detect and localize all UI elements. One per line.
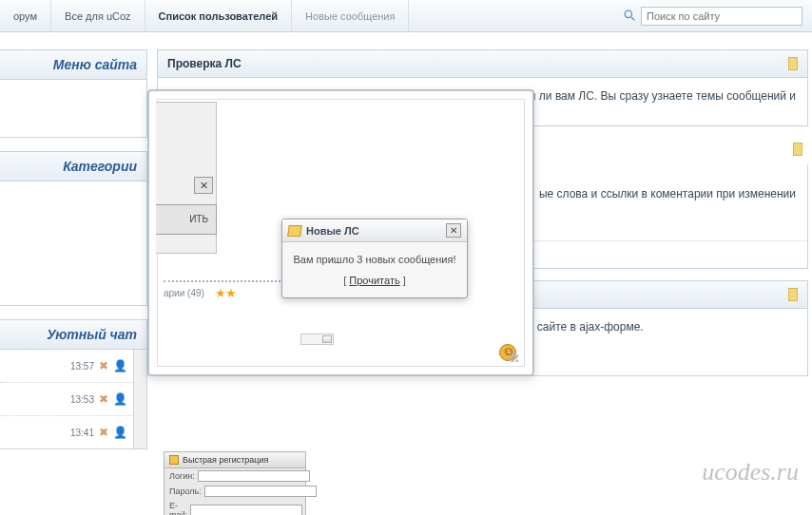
nav-users[interactable]: Список пользователей: [145, 0, 292, 32]
read-link[interactable]: Прочитать: [349, 275, 399, 286]
preview-button-fragment[interactable]: ИТЬ: [156, 204, 217, 235]
search-wrap: [624, 7, 802, 26]
form-icon: [169, 455, 179, 465]
menu-title: Меню сайта: [0, 50, 146, 80]
close-icon[interactable]: ✕: [194, 177, 213, 194]
regform-header: Быстрая регистрация: [164, 452, 305, 468]
quick-reg-form: Быстрая регистрация Логин: Пароль: E-mai…: [164, 451, 306, 515]
post-title-text: Проверка ЛС: [167, 57, 242, 70]
close-icon[interactable]: ✕: [446, 223, 461, 238]
scrollbar-thumb[interactable]: [322, 335, 332, 343]
svg-line-1: [631, 17, 634, 20]
nav-new-messages[interactable]: Новые сообщения: [292, 0, 409, 32]
delete-icon[interactable]: ✖: [99, 426, 108, 439]
chat-block: Уютный чат 13:57 ✖ 👤 13:53 ✖ 👤 13:41: [0, 319, 147, 449]
nav-ucoz[interactable]: Все для uCoz: [51, 0, 145, 32]
delete-icon[interactable]: ✖: [99, 392, 108, 406]
chat-scrollbar[interactable]: [133, 350, 146, 448]
regform-title: Быстрая регистрация: [183, 455, 268, 465]
pass-label: Пароль:: [169, 486, 202, 496]
user-icon: 👤: [113, 392, 127, 406]
pass-field[interactable]: [204, 486, 317, 497]
email-label: E-mail:: [169, 501, 187, 515]
nav-forum[interactable]: орум: [0, 0, 51, 32]
chat-time: 13:41: [70, 428, 94, 438]
chat-row[interactable]: 13:53 ✖ 👤: [0, 383, 133, 416]
resize-handle-icon[interactable]: [509, 353, 518, 362]
login-label: Логин:: [169, 471, 195, 481]
dialog-new-pm: Новые ЛС ✕ Вам пришло 3 новых сообщения!…: [281, 219, 468, 298]
top-nav: орум Все для uCoz Список пользователей Н…: [0, 0, 812, 32]
search-input[interactable]: [641, 7, 802, 26]
chat-row[interactable]: 13:57 ✖ 👤: [0, 350, 133, 383]
sidebar: Меню сайта Категории Уютный чат 13:57 ✖ …: [0, 49, 147, 463]
search-icon: [624, 10, 636, 22]
categories-block: Категории: [0, 151, 147, 306]
collapse-icon[interactable]: [793, 143, 802, 156]
collapse-icon[interactable]: [788, 288, 798, 301]
dialog-title-text: Новые ЛС: [306, 225, 359, 237]
star-icon: ★★: [215, 286, 236, 300]
user-icon: 👤: [113, 426, 127, 439]
envelope-icon: [287, 225, 302, 237]
dialog-titlebar[interactable]: Новые ЛС ✕: [282, 219, 467, 242]
login-field[interactable]: [198, 470, 310, 482]
collapse-icon[interactable]: [788, 57, 798, 70]
svg-point-0: [625, 10, 631, 17]
user-icon: 👤: [113, 359, 127, 372]
email-field[interactable]: [190, 505, 302, 515]
chat-row[interactable]: 13:41 ✖ 👤: [0, 416, 133, 448]
chat-title: Уютный чат: [0, 320, 146, 350]
bracket-close: ]: [400, 275, 406, 286]
chat-time: 13:57: [70, 361, 94, 372]
chat-time: 13:53: [70, 394, 94, 405]
dialog-message: Вам пришло 3 новых сообщения!: [290, 254, 459, 265]
preview-comments-label: арии (49): [164, 288, 204, 298]
preview-scrollbar[interactable]: [300, 334, 334, 345]
delete-icon[interactable]: ✖: [99, 359, 108, 372]
menu-block: Меню сайта: [0, 49, 147, 138]
categories-title: Категории: [0, 152, 146, 181]
